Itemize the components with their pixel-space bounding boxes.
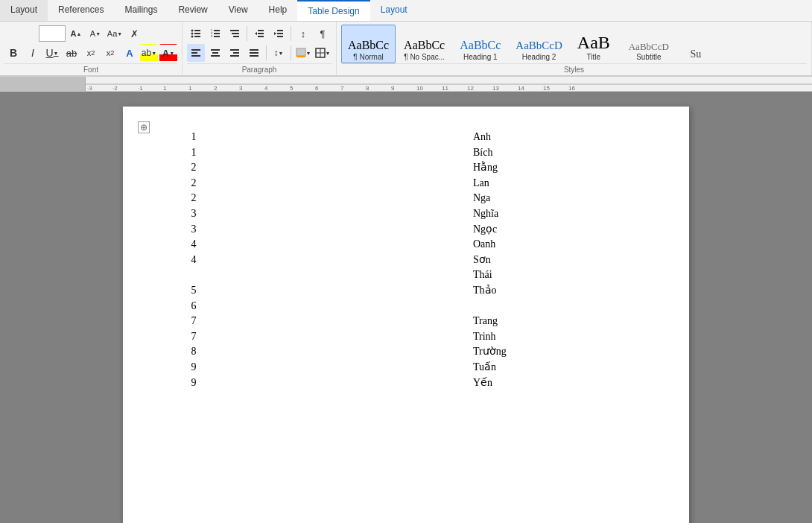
tab-tabledesign[interactable]: Table Design [297, 0, 369, 21]
change-case-button[interactable]: Aa▼ [106, 25, 124, 42]
numbered-list-button[interactable]: 123 [206, 25, 224, 42]
svg-text:·1: ·1 [138, 85, 143, 92]
tab-view[interactable]: View [218, 0, 258, 21]
svg-text:15: 15 [543, 85, 550, 92]
style-no-spacing[interactable]: AaBbCc ¶ No Spac... [397, 25, 451, 63]
styles-group-label: Styles [341, 63, 807, 74]
bullets-button[interactable] [187, 25, 205, 42]
svg-text:5: 5 [290, 85, 294, 92]
paragraph-group: 123 ↕ ¶ [183, 22, 337, 75]
svg-point-4 [191, 33, 194, 35]
style-title-label: Title [587, 53, 601, 61]
row-number: 3 [175, 222, 212, 237]
svg-text:16: 16 [568, 85, 575, 92]
svg-text:3: 3 [239, 85, 243, 92]
svg-text:4: 4 [264, 85, 268, 92]
svg-rect-0 [194, 30, 200, 31]
superscript-button[interactable]: x2 [101, 44, 119, 62]
paragraph-mark-button[interactable]: ¶ [314, 25, 332, 42]
style-heading1[interactable]: AaBbCc Heading 1 [453, 25, 507, 63]
style-su[interactable]: Su [681, 25, 711, 63]
highlight-button[interactable]: ab▼ [140, 44, 158, 62]
increase-indent-button[interactable] [270, 25, 288, 42]
svg-rect-30 [233, 52, 239, 54]
move-handle[interactable]: ⊕ [138, 121, 150, 133]
subscript-button[interactable]: x2 [82, 44, 100, 62]
tab-help[interactable]: Help [258, 0, 298, 21]
table-row: 1Bích [175, 145, 659, 160]
font-color-button[interactable]: A▼ [159, 44, 177, 62]
align-left-button[interactable] [187, 44, 205, 62]
shading-button[interactable]: ▼ [294, 44, 312, 62]
svg-rect-19 [277, 30, 283, 31]
svg-rect-24 [191, 52, 197, 54]
app-container: Layout References Mailings Review View H… [0, 0, 812, 523]
align-right-button[interactable] [226, 44, 244, 62]
clear-format-button[interactable]: ✗ [125, 25, 143, 42]
row-number: 8 [175, 344, 212, 359]
svg-rect-20 [277, 33, 283, 34]
style-title[interactable]: AaB Title [571, 25, 617, 63]
row-number: 5 [175, 283, 212, 298]
svg-text:13: 13 [492, 85, 499, 92]
style-normal-label: ¶ Normal [353, 53, 383, 61]
tab-layout2[interactable]: Layout [370, 0, 418, 21]
svg-rect-15 [258, 30, 264, 31]
decrease-indent-button[interactable] [250, 25, 268, 42]
underline-button[interactable]: U▼ [43, 44, 61, 62]
text-effects-button[interactable]: A [121, 44, 139, 62]
font-size-input[interactable]: 13 [39, 25, 66, 42]
row-number: 4 [175, 237, 212, 252]
sort-button[interactable]: ↕ [294, 25, 312, 42]
italic-button[interactable]: I [24, 44, 42, 62]
row-number: 2 [175, 160, 212, 175]
svg-text:·3: ·3 [87, 85, 92, 92]
row-name: Bích [212, 145, 492, 160]
svg-rect-2 [194, 36, 200, 37]
tab-layout1[interactable]: Layout [0, 0, 48, 21]
tab-mailings[interactable]: Mailings [114, 0, 168, 21]
row-number: 1 [175, 145, 212, 160]
row-name: Trang [212, 314, 498, 329]
table-row: 7Trang [175, 314, 659, 329]
bold-button[interactable]: B [4, 44, 22, 62]
svg-rect-13 [232, 33, 239, 34]
style-normal[interactable]: AaBbCc ¶ Normal [341, 25, 396, 63]
table-row: 2Hằng [175, 160, 659, 175]
style-su-preview: Su [690, 49, 701, 60]
justify-button[interactable] [245, 44, 263, 62]
row-name: Nga [212, 191, 490, 206]
row-name: Trinh [212, 329, 496, 344]
style-heading2[interactable]: AaBbCcD Heading 2 [509, 25, 569, 63]
svg-rect-21 [277, 36, 283, 37]
table-row: 6 [175, 299, 659, 314]
multilevel-list-button[interactable] [226, 25, 244, 42]
svg-rect-36 [296, 56, 305, 57]
ribbon: 13 A▲ A▼ Aa▼ ✗ B I U▼ ab x2 x2 A [0, 22, 812, 77]
decrease-font-button[interactable]: A▼ [86, 25, 104, 42]
tab-review[interactable]: Review [168, 0, 218, 21]
table-row: 5Thảo [175, 283, 659, 298]
style-heading1-preview: AaBbCc [460, 39, 501, 51]
svg-point-3 [191, 30, 194, 32]
increase-font-button[interactable]: A▲ [67, 25, 85, 42]
style-subtitle-preview: AaBbCcD [629, 42, 669, 51]
svg-rect-1 [194, 33, 200, 34]
row-name: Sơn [212, 253, 491, 267]
svg-rect-25 [191, 55, 200, 57]
row-name: Hằng [212, 160, 498, 175]
strikethrough-button[interactable]: ab [63, 44, 80, 62]
svg-rect-23 [191, 49, 200, 51]
style-subtitle[interactable]: AaBbCcD Subtitle [618, 25, 679, 63]
align-center-button[interactable] [206, 44, 224, 62]
svg-rect-16 [258, 33, 264, 34]
svg-rect-8 [214, 36, 220, 37]
border-button[interactable]: ▼ [314, 44, 332, 62]
row-number: 7 [175, 329, 212, 344]
table-row: 9Yến [175, 375, 659, 390]
line-spacing-button[interactable]: ↕▼ [270, 44, 288, 62]
paragraph-group-label: Paragraph [187, 63, 332, 74]
tab-references[interactable]: References [48, 0, 114, 21]
svg-rect-27 [212, 52, 218, 54]
table-row: 2Nga [175, 191, 659, 206]
